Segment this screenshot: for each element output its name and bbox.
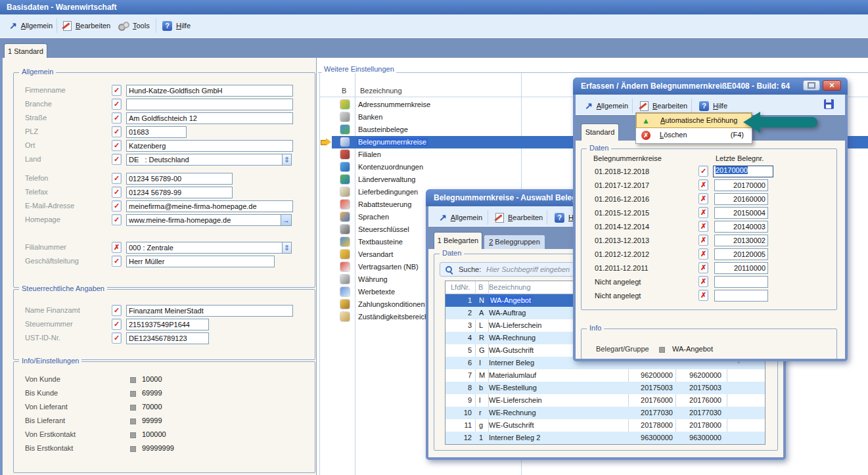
main-menubar: Allgemein Bearbeiten Tools Hilfe — [0, 14, 868, 38]
col-letzte-belegnr: Letzte Belegnr. — [716, 154, 764, 162]
check-icon[interactable] — [112, 319, 122, 330]
belegnr-input[interactable] — [714, 290, 768, 302]
dialog-title: Erfassen / Ändern BelegnummernkreißE0408… — [581, 81, 790, 91]
tools-icon — [118, 22, 129, 30]
strasse-input[interactable] — [126, 112, 293, 124]
telefon-input[interactable] — [126, 173, 233, 185]
belegnr-input[interactable] — [714, 179, 768, 191]
check-icon[interactable] — [112, 332, 122, 344]
x-icon[interactable] — [698, 276, 708, 287]
x-icon[interactable] — [698, 193, 708, 204]
ustid-input[interactable] — [126, 332, 209, 344]
daten-groupbox: Daten Belegnummernkreise Letzte Belegnr.… — [581, 148, 837, 310]
belegnr-input[interactable] — [714, 221, 768, 233]
allgemein-icon — [9, 22, 17, 30]
menu-tools[interactable]: Tools — [118, 20, 150, 32]
grid-row[interactable]: 10rWE-Rechnung2017703020177030 — [445, 407, 765, 419]
tab-standard[interactable]: Standard — [581, 124, 619, 141]
menu-bearbeiten[interactable]: Bearbeiten — [495, 212, 543, 223]
check-icon[interactable] — [112, 140, 122, 151]
land-spinner[interactable] — [282, 154, 292, 166]
x-icon[interactable] — [698, 290, 708, 301]
open-homepage-button[interactable] — [281, 214, 292, 226]
tab-belegarten[interactable]: 1 Belegarten — [434, 232, 482, 249]
check-icon[interactable] — [112, 200, 122, 212]
land-select[interactable] — [126, 154, 283, 166]
settings-left-line — [319, 73, 320, 475]
daten-legend: Daten — [440, 249, 464, 257]
finanzamt-input[interactable] — [126, 305, 293, 317]
check-icon[interactable] — [698, 166, 708, 177]
belegnr-input[interactable] — [714, 262, 768, 274]
window-titlebar[interactable]: Basisdaten - Warenwirtschaft — [0, 0, 868, 14]
x-icon[interactable] — [698, 248, 708, 260]
close-button[interactable] — [823, 80, 841, 91]
homepage-input[interactable] — [126, 214, 281, 226]
field-label: Telefon — [25, 174, 48, 182]
steuer-legend: Steuerrechtliche Angaben — [19, 284, 107, 292]
restore-button[interactable] — [803, 80, 820, 91]
grid-row[interactable]: 7MMaterialumlauf9620000096200000 — [445, 369, 765, 382]
menu-allgemein[interactable]: Allgemein — [585, 100, 628, 112]
branche-input[interactable] — [126, 99, 293, 110]
filialnummer-select[interactable] — [126, 242, 283, 254]
settings-legend: Weitere Einstellungen — [322, 65, 396, 73]
check-icon[interactable] — [112, 112, 122, 124]
menu-item-loeschen[interactable]: Löschen (F4) — [636, 128, 752, 143]
belegnr-input[interactable] — [714, 235, 768, 246]
info-label: Von Kunde — [25, 375, 60, 383]
x-icon[interactable] — [698, 179, 708, 191]
belegnr-input[interactable] — [714, 248, 768, 260]
check-icon[interactable] — [112, 214, 122, 225]
x-icon[interactable] — [698, 235, 708, 246]
grid-row[interactable]: 11gWE-Gutschrift2017800020178000 — [445, 419, 765, 432]
x-icon[interactable] — [698, 221, 708, 232]
menu-bearbeiten[interactable]: Bearbeiten — [640, 100, 687, 112]
belegnr-input-active[interactable]: 20170000 — [713, 166, 773, 177]
bullet-icon — [130, 377, 136, 383]
menu-allgemein[interactable]: Allgemein — [9, 20, 53, 32]
steuernummer-input[interactable] — [126, 319, 209, 330]
menu-hilfe[interactable]: Hilfe — [162, 20, 191, 32]
check-icon[interactable] — [112, 256, 122, 267]
x-icon[interactable] — [112, 242, 122, 253]
tab-standard[interactable]: 1 Standard — [4, 43, 47, 58]
menu-allgemein[interactable]: Allgemein — [439, 212, 482, 223]
tab-beleggruppen[interactable]: 2 Beleggruppen — [484, 235, 545, 249]
menubar-separator — [57, 18, 57, 33]
application-window: Basisdaten - Warenwirtschaft Allgemein B… — [0, 0, 868, 475]
ort-input[interactable] — [126, 140, 293, 152]
menu-item-automatische-erhoehung[interactable]: Automatische Erhöhung — [636, 113, 752, 128]
check-icon[interactable] — [112, 126, 122, 137]
grid-row[interactable]: 9lWE-Lieferschein2017600020176000 — [445, 394, 765, 407]
geschaeftsleitung-input[interactable] — [126, 256, 275, 267]
check-icon[interactable] — [112, 173, 122, 184]
field-label: Homepage — [25, 215, 60, 223]
plz-input[interactable] — [126, 126, 187, 138]
telefax-input[interactable] — [126, 187, 233, 198]
email-input[interactable] — [126, 200, 293, 212]
belegnr-input[interactable] — [714, 193, 768, 205]
check-icon[interactable] — [112, 154, 122, 165]
info-label: Bis Lieferant — [25, 417, 65, 424]
bearbeiten-dropdown-menu: Automatische Erhöhung Löschen (F4) — [635, 112, 752, 144]
grid-row[interactable]: 8bWE-Bestellung2017500320175003 — [445, 382, 765, 394]
x-icon[interactable] — [698, 207, 708, 218]
firmenname-input[interactable] — [126, 85, 293, 97]
bullet-icon — [659, 347, 665, 353]
x-icon[interactable] — [698, 262, 708, 273]
save-icon[interactable] — [824, 99, 834, 109]
menu-bearbeiten[interactable]: Bearbeiten — [63, 20, 110, 32]
adressnummernkreise-icon — [340, 100, 350, 109]
check-icon[interactable] — [112, 305, 122, 316]
check-icon[interactable] — [112, 99, 122, 110]
dialog-title: Belegnummernkreise - Auswahl Beleg — [434, 193, 577, 202]
menu-hilfe[interactable]: Hilfe — [699, 100, 727, 112]
grid-row[interactable]: 121Interner Beleg 29630000096300000 — [445, 432, 765, 444]
belegnr-input[interactable] — [714, 207, 768, 219]
filialnummer-spinner[interactable] — [282, 242, 292, 254]
belegnr-input[interactable] — [714, 276, 768, 288]
menubar-separator — [691, 99, 692, 113]
check-icon[interactable] — [112, 85, 122, 96]
check-icon[interactable] — [112, 187, 122, 198]
